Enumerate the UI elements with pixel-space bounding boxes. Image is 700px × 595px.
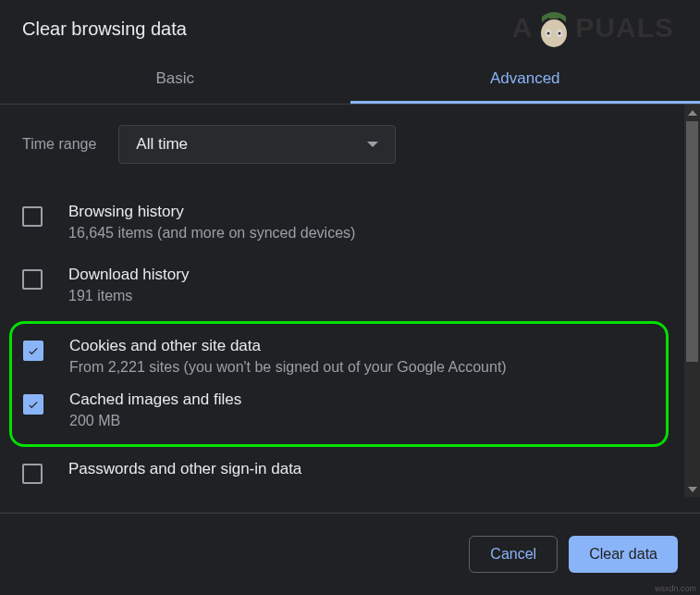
option-title: Download history <box>68 266 678 284</box>
highlight-annotation: Cookies and other site data From 2,221 s… <box>9 321 669 447</box>
option-title: Browsing history <box>68 203 678 221</box>
chevron-down-icon <box>367 142 378 147</box>
time-range-label: Time range <box>22 136 96 153</box>
option-subtitle: 191 items <box>68 288 678 304</box>
option-subtitle: 200 MB <box>69 413 655 429</box>
time-range-value: All time <box>136 135 188 154</box>
option-cookies: Cookies and other site data From 2,221 s… <box>23 333 655 387</box>
watermark-logo: A PUALS <box>512 7 674 48</box>
svg-point-4 <box>559 32 561 35</box>
tab-advanced[interactable]: Advanced <box>350 56 701 104</box>
checkbox-browsing-history[interactable] <box>22 206 43 227</box>
option-title: Cookies and other site data <box>69 337 655 355</box>
tab-basic[interactable]: Basic <box>0 56 350 104</box>
option-text: Browsing history 16,645 items (and more … <box>68 203 678 242</box>
option-title: Passwords and other sign-in data <box>68 460 678 478</box>
option-subtitle: 16,645 items (and more on synced devices… <box>68 225 678 242</box>
option-browsing-history: Browsing history 16,645 items (and more … <box>22 195 678 258</box>
checkbox-passwords[interactable] <box>22 464 43 484</box>
svg-point-0 <box>541 19 567 47</box>
appuals-mascot-icon <box>536 7 571 48</box>
option-title: Cached images and files <box>69 390 655 409</box>
option-text: Passwords and other sign-in data <box>68 460 678 482</box>
scroll-down-button[interactable] <box>684 481 700 497</box>
option-cache: Cached images and files 200 MB <box>23 387 655 440</box>
time-range-row: Time range All time <box>22 125 678 164</box>
arrow-down-icon <box>688 487 697 492</box>
watermark-prefix: A <box>512 12 534 43</box>
watermark-suffix: PUALS <box>575 12 674 43</box>
option-subtitle: From 2,221 sites (you won't be signed ou… <box>69 359 655 376</box>
scroll-up-button[interactable] <box>684 105 700 120</box>
dialog-footer: Cancel Clear data <box>0 513 700 595</box>
tab-bar: Basic Advanced <box>0 56 700 105</box>
checkbox-download-history[interactable] <box>22 269 43 290</box>
svg-point-3 <box>547 32 550 35</box>
option-download-history: Download history 191 items <box>22 258 678 321</box>
option-text: Cached images and files 200 MB <box>69 390 655 429</box>
option-text: Download history 191 items <box>68 266 678 304</box>
svg-rect-5 <box>549 13 559 19</box>
attribution-watermark: wsxdn.com <box>655 584 696 593</box>
checkbox-cache[interactable] <box>23 394 43 415</box>
clear-data-button[interactable]: Clear data <box>569 536 678 573</box>
checkbox-cookies[interactable] <box>23 341 43 361</box>
scrollbar[interactable] <box>684 105 700 497</box>
scroll-thumb[interactable] <box>686 121 698 362</box>
cancel-button[interactable]: Cancel <box>469 536 558 573</box>
content-area: Time range All time Browsing history 16,… <box>0 105 700 497</box>
option-passwords: Passwords and other sign-in data <box>22 452 678 497</box>
time-range-select[interactable]: All time <box>118 125 396 164</box>
arrow-up-icon <box>688 110 697 116</box>
option-text: Cookies and other site data From 2,221 s… <box>69 337 655 376</box>
